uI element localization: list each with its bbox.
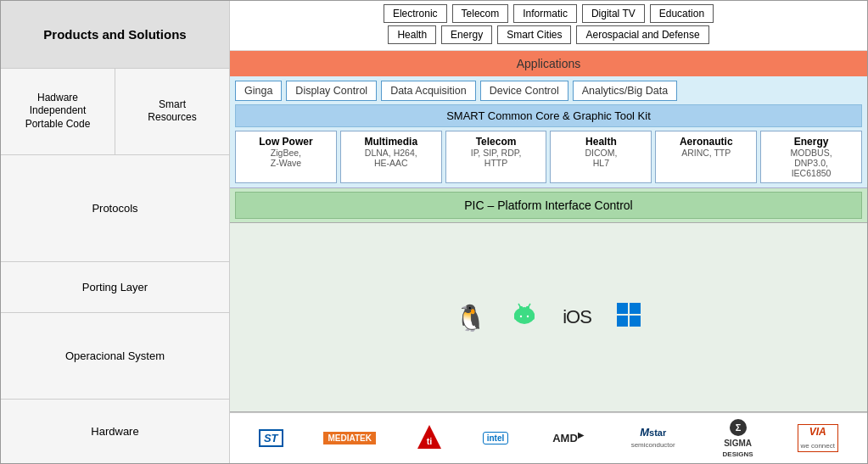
smart-box-energy: Energy MODBUS,DNP3.0,IEC61850 — [760, 131, 862, 183]
market-section: Electronic Telecom Informatic Digital TV… — [230, 1, 867, 51]
market-tag-digitaltv: Digital TV — [582, 4, 645, 23]
sidebar-cell-os: Operacional System — [1, 313, 229, 399]
svg-rect-2 — [531, 313, 535, 320]
sidebar-row-hardware: HadwareIndependentPortable Code SmartRes… — [1, 69, 229, 155]
sidebar-row-porting: Porting Layer — [1, 262, 229, 313]
smart-tag-display: Display Control — [286, 81, 377, 101]
hw-logo-mstar: Mstar semiconductor — [628, 425, 679, 451]
sidebar-cell-portable-code: HadwareIndependentPortable Code — [1, 69, 115, 154]
svg-point-6 — [527, 316, 529, 317]
applications-bar: Applications — [230, 51, 867, 76]
sidebar-cell-protocols: Protocols — [1, 155, 229, 262]
smart-box-telecom: Telecom IP, SIP, RDP,HTTP — [445, 131, 547, 183]
hw-logo-intel: intel — [483, 432, 509, 444]
main-container: Products and Solutions HadwareIndependen… — [0, 0, 868, 464]
smart-box-telecom-title: Telecom — [451, 136, 541, 148]
content-area: Electronic Telecom Informatic Digital TV… — [230, 1, 867, 463]
sidebar-title: Products and Solutions — [1, 1, 229, 69]
sidebar-cell-hardware: Hardware — [1, 400, 229, 463]
market-tag-health: Health — [388, 25, 436, 44]
hw-logo-amd: AMD▶ — [549, 429, 587, 446]
smart-tag-analytics: Analytics/Big Data — [573, 81, 677, 101]
sidebar-row-protocols: Protocols — [1, 155, 229, 263]
android-icon — [510, 299, 539, 335]
smart-box-multimedia-title: Multimedia — [346, 136, 436, 148]
svg-point-5 — [520, 316, 522, 317]
smart-box-multimedia-sub: DLNA, H264,HE-AAC — [346, 148, 436, 168]
pic-bar: PIC – Platform Interface Control — [235, 192, 862, 219]
market-row-1: Electronic Telecom Informatic Digital TV… — [235, 4, 862, 23]
sidebar-cell-porting: Porting Layer — [1, 262, 229, 312]
svg-rect-12 — [630, 316, 641, 327]
market-tag-electronic: Electronic — [384, 4, 447, 23]
smart-box-health-sub: DICOM,HL7 — [556, 148, 646, 168]
svg-text:ti: ti — [426, 436, 432, 446]
windows-icon — [615, 301, 642, 333]
hw-logo-mediatek: MEDIATEK — [323, 432, 375, 444]
smart-box-lowpower-sub: ZigBee,Z-Wave — [241, 148, 331, 168]
svg-rect-11 — [617, 316, 628, 327]
sidebar-row-hardware-bottom: Hardware — [1, 400, 229, 463]
sidebar-cell-smart-resources: SmartResources — [115, 69, 229, 154]
smart-box-lowpower-title: Low Power — [241, 136, 331, 148]
hw-logo-via: VIAwe connect — [798, 424, 838, 452]
market-row-2: Health Energy Smart Cities Aerospacial a… — [235, 25, 862, 44]
hw-logo-ti: ti — [417, 424, 442, 453]
smart-tag-ginga: Ginga — [235, 81, 282, 101]
market-tag-aerospacial: Aerospacial and Defense — [576, 25, 708, 44]
smart-platform-section: Ginga Display Control Data Acquisition D… — [230, 76, 867, 188]
market-tag-energy: Energy — [441, 25, 492, 44]
os-section: 🐧 iOS — [230, 223, 867, 412]
smart-tags-row: Ginga Display Control Data Acquisition D… — [235, 81, 862, 101]
hardware-section: ST MEDIATEK ti intel AMD▶ Mstar semicond… — [230, 412, 867, 463]
ios-icon: iOS — [563, 306, 591, 328]
smart-box-energy-title: Energy — [766, 136, 856, 148]
smart-common-core-bar: SMART Common Core & Graphic Tool Kit — [235, 104, 862, 127]
smart-tag-data-acq: Data Acquisition — [381, 81, 476, 101]
pic-section: PIC – Platform Interface Control — [230, 188, 867, 223]
smart-boxes-row: Low Power ZigBee,Z-Wave Multimedia DLNA,… — [235, 131, 862, 183]
smart-tag-device: Device Control — [480, 81, 568, 101]
smart-box-health: Health DICOM,HL7 — [550, 131, 652, 183]
sidebar-row-os: Operacional System — [1, 313, 229, 400]
smart-box-aeronautic-sub: ARINC, TTP — [661, 148, 751, 158]
market-tag-education: Education — [650, 4, 714, 23]
sidebar: Products and Solutions HadwareIndependen… — [1, 1, 230, 463]
svg-rect-9 — [617, 303, 628, 314]
smart-box-multimedia: Multimedia DLNA, H264,HE-AAC — [340, 131, 442, 183]
hw-logo-st: ST — [259, 429, 283, 447]
smart-box-aeronautic-title: Aeronautic — [661, 136, 751, 148]
smart-box-lowpower: Low Power ZigBee,Z-Wave — [235, 131, 337, 183]
hw-logo-sigma: Σ SIGMADESIGNS — [720, 416, 757, 461]
smart-box-aeronautic: Aeronautic ARINC, TTP — [655, 131, 757, 183]
svg-rect-1 — [514, 313, 518, 320]
market-tag-smartcities: Smart Cities — [497, 25, 571, 44]
svg-rect-10 — [630, 303, 641, 314]
market-tag-telecom: Telecom — [452, 4, 509, 23]
svg-text:Σ: Σ — [735, 422, 741, 433]
smart-box-energy-sub: MODBUS,DNP3.0,IEC61850 — [766, 148, 856, 178]
smart-box-health-title: Health — [556, 136, 646, 148]
smart-box-telecom-sub: IP, SIP, RDP,HTTP — [451, 148, 541, 168]
market-tag-informatic: Informatic — [513, 4, 577, 23]
linux-icon: 🐧 — [455, 303, 486, 333]
